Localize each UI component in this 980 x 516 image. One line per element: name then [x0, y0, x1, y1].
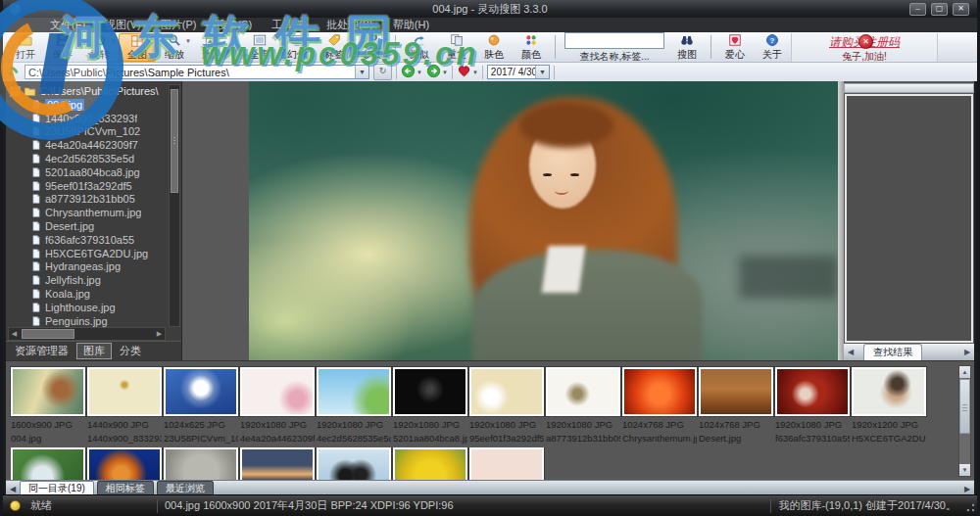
tree-expander-icon[interactable]: −: [10, 86, 21, 97]
toolbar-button-save[interactable]: 保存: [44, 33, 81, 62]
tree-file-item[interactable]: Hydrangeas.jpg: [6, 260, 168, 274]
thumbnail-image[interactable]: [240, 367, 315, 416]
toolbar-button-tag[interactable]: 标签: [316, 33, 353, 62]
dropdown-arrow-icon[interactable]: ▼: [111, 38, 117, 44]
date-picker[interactable]: 2017/ 4/30 ▼: [487, 65, 550, 79]
filmstrip-tab-right-arrow-icon[interactable]: ▶: [960, 485, 974, 493]
thumbnail-image[interactable]: [164, 367, 238, 416]
toolbar-button-wrench[interactable]: 参数: [353, 33, 390, 62]
date-dropdown-icon[interactable]: ▼: [535, 66, 549, 78]
forward-dropdown-icon[interactable]: ▼: [442, 70, 448, 75]
back-dropdown-icon[interactable]: ▼: [416, 70, 422, 75]
thumbnail-image[interactable]: [546, 367, 620, 416]
resize-grip[interactable]: [962, 499, 975, 512]
tree-hscroll-thumb[interactable]: [22, 329, 74, 339]
tree-file-item[interactable]: f636afc379310a55: [6, 233, 168, 247]
right-panel-handle[interactable]: [844, 83, 974, 93]
toolbar-button-question-circle[interactable]: ?关于: [754, 33, 791, 62]
back-button[interactable]: [401, 64, 416, 80]
thumbnail-image[interactable]: [852, 367, 926, 416]
tree-root-node[interactable]: −C:\Users\Public\Pictures\: [6, 84, 168, 98]
tree-file-item[interactable]: 4ec2d5628535e5d: [6, 152, 168, 165]
thumbnail-image[interactable]: [317, 367, 391, 416]
tree-file-item[interactable]: Jellyfish.jpg: [6, 273, 168, 287]
tree-file-item[interactable]: 95eef01f3a292df5: [6, 179, 168, 193]
thumbnail-image[interactable]: [240, 447, 315, 480]
thumbnail-image[interactable]: [469, 367, 544, 416]
menu-item[interactable]: 帮助(H): [393, 18, 429, 32]
favorite-heart-button[interactable]: [457, 64, 471, 80]
sidebar-tab[interactable]: 分类: [116, 344, 145, 358]
hscroll-right-arrow-icon[interactable]: ▶: [154, 329, 165, 339]
thumbnail-item[interactable]: [11, 447, 87, 480]
thumbnail-item[interactable]: 1920x1080 JPG4ec2d5628535e5d: [317, 367, 393, 444]
dropdown-arrow-icon[interactable]: ▼: [185, 38, 191, 44]
toolbar-button-fit-grid[interactable]: 全图: [119, 33, 156, 62]
tree-vertical-scrollbar[interactable]: [169, 84, 180, 327]
tree-file-item[interactable]: 4e4a20a4462309f7: [6, 138, 168, 152]
tree-file-item[interactable]: 5201aa804bca8.jpg: [6, 165, 168, 179]
thumbnail-item[interactable]: [87, 447, 164, 480]
hscroll-left-arrow-icon[interactable]: ◀: [9, 329, 20, 339]
path-combobox[interactable]: C:\Users\Public\Pictures\Sample Pictures…: [24, 65, 369, 79]
sidebar-tab[interactable]: 资源管理器: [11, 344, 73, 358]
toolbar-button-folder-open[interactable]: 打开: [7, 33, 44, 62]
toolbar-button-magnifier[interactable]: 缩放▼: [156, 33, 193, 62]
menu-item[interactable]: 搜索(S): [216, 18, 252, 32]
buy-register-promo[interactable]: 请购买注册码兔子,加油!✕: [791, 33, 938, 62]
thumbnail-image[interactable]: [317, 447, 391, 480]
thumbnail-item[interactable]: [317, 447, 393, 480]
toolbar-button-slideshow[interactable]: 幻灯: [278, 33, 316, 62]
thumbnail-image[interactable]: [164, 447, 238, 480]
filmstrip-scroll-up-icon[interactable]: ▲: [959, 366, 970, 378]
thumbnail-item[interactable]: 1600x900 JPG004.jpg: [11, 367, 87, 444]
tree-file-item[interactable]: Koala.jpg: [6, 287, 168, 301]
thumbnail-item[interactable]: 1920x1200 JPGH5XCE6TGA2DU.jpg: [852, 367, 928, 444]
minimize-button[interactable]: ‒: [909, 3, 926, 16]
rp-tab-right-arrow-icon[interactable]: ▶: [960, 348, 974, 356]
thumbnail-item[interactable]: [240, 447, 317, 480]
tab-search-results[interactable]: 查找结果: [863, 344, 922, 361]
tree-file-item[interactable]: 1440x900_833293f: [6, 112, 168, 125]
thumbnail-item[interactable]: 1920x1080 JPG95eef01f3a292df5: [469, 367, 546, 444]
toolbar-button-picture[interactable]: 删除: [193, 33, 230, 62]
tree-file-item[interactable]: a8773912b31bb05: [6, 193, 168, 207]
thumbnail-image[interactable]: [393, 447, 467, 480]
tree-file-item[interactable]: Penguins.jpg: [6, 314, 168, 328]
thumbnail-image[interactable]: [699, 367, 773, 416]
toolbar-button-palette[interactable]: 颜色: [513, 33, 550, 62]
thumbnail-item[interactable]: 1440x900 JPG1440x900_833293f: [87, 367, 164, 444]
search-input[interactable]: [564, 32, 664, 49]
thumbnail-image[interactable]: [87, 447, 162, 480]
menu-item[interactable]: 批处理(B): [326, 18, 373, 32]
thumbnail-image[interactable]: [775, 367, 850, 416]
tree-file-item[interactable]: H5XCE6TGA2DU.jpg: [6, 247, 168, 260]
toolbar-button-binoculars[interactable]: 搜图: [668, 33, 706, 62]
thumbnail-item[interactable]: 1920x1080 JPG4e4a20a4462309f7: [240, 367, 317, 444]
tree-file-item[interactable]: 004.jpg: [6, 98, 168, 112]
menu-item[interactable]: 工具(T): [271, 18, 307, 32]
thumbnail-image[interactable]: [11, 367, 85, 416]
go-button[interactable]: ↻: [373, 64, 392, 80]
thumbnail-item[interactable]: 1920x1080 JPGa8773912b31bb05: [546, 367, 622, 444]
forward-button[interactable]: [426, 64, 441, 80]
thumbnail-image[interactable]: [393, 367, 467, 416]
tree-file-item[interactable]: Lighthouse.jpg: [6, 301, 168, 314]
toolbar-button-heart-box[interactable]: 爱心: [716, 33, 754, 62]
thumbnail-item[interactable]: [393, 447, 469, 480]
filmstrip-scroll-down-icon[interactable]: ▼: [959, 464, 970, 476]
filmstrip-scroll-thumb[interactable]: [959, 379, 970, 434]
tree-file-item[interactable]: Desert.jpg: [6, 219, 168, 233]
thumbnail-image[interactable]: [87, 367, 162, 416]
toolbar-button-similar[interactable]: 类似: [401, 33, 438, 62]
filmstrip-tab-left-arrow-icon[interactable]: ◀: [6, 485, 20, 493]
favorite-dropdown-icon[interactable]: ▼: [472, 70, 478, 75]
toolbar-button-rotate[interactable]: 旋转▼: [81, 33, 119, 62]
path-dropdown-icon[interactable]: ▼: [355, 66, 368, 78]
thumbnail-item[interactable]: 1920x1080 JPGf636afc379310a55: [775, 367, 852, 444]
sidebar-tab[interactable]: 图库: [76, 343, 112, 359]
close-button[interactable]: ✕: [953, 3, 969, 16]
filmstrip-scrollbar[interactable]: ▲ ▼: [958, 365, 971, 477]
toolbar-button-fullscreen[interactable]: 全屏: [241, 33, 278, 62]
thumbnail-item[interactable]: [469, 447, 546, 480]
